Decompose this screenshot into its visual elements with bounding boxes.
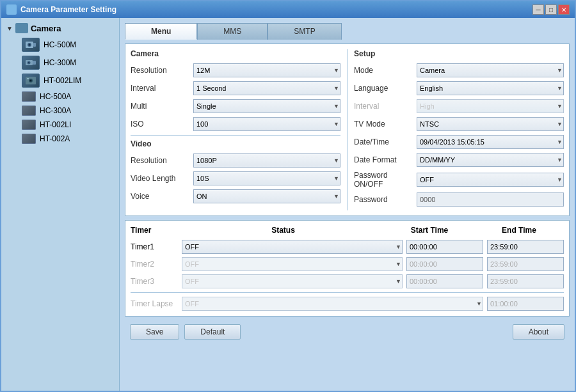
sidebar-item-hc500m[interactable]: HC-500M <box>19 36 114 54</box>
timer3-status-wrap: OFFON ▼ <box>182 274 403 288</box>
timer-col-status-header: Status <box>182 226 385 235</box>
camera-section: Camera Resolution 12M8M5M3M ▼ Interval <box>131 49 340 210</box>
title-bar: Camera Parameter Setting ─ □ ✕ <box>1 1 575 18</box>
main-content: ▼ Camera HC-500M HC-300M <box>1 18 575 391</box>
setup-tvmode-wrap: NTSCPAL ▼ <box>417 117 564 131</box>
camera-thumb-hc500m <box>22 38 40 52</box>
camera-section-title: Camera <box>131 49 340 58</box>
video-section-title: Video <box>131 139 340 148</box>
camera-interval-wrap: 1 Second5 Seconds10 Seconds ▼ <box>193 81 340 95</box>
timer-header: Timer Status Start Time End Time <box>131 226 564 235</box>
timer2-status-select[interactable]: OFFON <box>182 257 403 271</box>
about-button[interactable]: About <box>513 324 564 340</box>
timer3-start-wrap: ▲ ▼ <box>406 274 483 288</box>
camera-multi-label: Multi <box>131 102 188 111</box>
timer3-end-input <box>488 275 575 288</box>
setup-interval-select[interactable]: HighNormalLow <box>417 99 564 113</box>
svg-point-10 <box>30 80 32 82</box>
camera-iso-select[interactable]: 100200400Auto <box>193 117 340 131</box>
panel-divider <box>347 49 348 210</box>
setup-mode-wrap: CameraVideoCamera+Video ▼ <box>417 63 564 77</box>
setup-dateformat-wrap: DD/MM/YYMM/DD/YYYY/MM/DD ▼ <box>417 153 564 167</box>
timer1-status-select[interactable]: OFFON <box>182 240 403 254</box>
sidebar-label-hc500a: HC-500A <box>40 92 71 101</box>
setup-datetime-wrap: 09/04/2013 15:05:15 ▼ <box>417 135 564 149</box>
timer1-status-wrap: OFFON ▼ <box>182 240 403 254</box>
setup-password-row: Password <box>354 192 564 207</box>
setup-dateformat-row: Date Format DD/MM/YYMM/DD/YYYY/MM/DD ▼ <box>354 153 564 167</box>
setup-pwonoff-label: Password ON/OFF <box>354 171 412 189</box>
sidebar-item-ht002li[interactable]: HT-002LI <box>19 118 114 132</box>
setup-interval-row: Interval HighNormalLow ▼ <box>354 99 564 113</box>
sidebar: ▼ Camera HC-500M HC-300M <box>1 18 120 391</box>
camera-setup-area: Camera Resolution 12M8M5M3M ▼ Interval <box>125 43 570 216</box>
sidebar-label-hc500m: HC-500M <box>44 40 76 49</box>
setup-dateformat-select[interactable]: DD/MM/YYMM/DD/YYYY/MM/DD <box>417 153 564 167</box>
camera-thumb-hc500a <box>22 91 36 102</box>
sidebar-item-hc300a[interactable]: HC-300A <box>19 104 114 118</box>
video-length-label: Video Length <box>131 174 188 183</box>
setup-section-title: Setup <box>354 49 564 58</box>
tab-mms[interactable]: MMS <box>197 23 268 40</box>
tree-expand-icon[interactable]: ▼ <box>6 25 13 32</box>
timer3-label: Timer3 <box>131 277 178 286</box>
camera-resolution-select[interactable]: 12M8M5M3M <box>193 63 340 77</box>
timer-col-timer-header: Timer <box>131 226 182 235</box>
camera-iso-label: ISO <box>131 120 188 129</box>
tab-menu[interactable]: Menu <box>125 23 197 40</box>
camera-thumb-ht002a <box>22 134 36 144</box>
sidebar-item-hc300m[interactable]: HC-300M <box>19 54 114 72</box>
close-button[interactable]: ✕ <box>558 4 570 15</box>
setup-section: Setup Mode CameraVideoCamera+Video ▼ Lan… <box>354 49 564 210</box>
timer3-end-wrap: ▲ ▼ <box>487 274 564 288</box>
setup-language-select[interactable]: EnglishChineseFrenchGerman <box>417 81 564 95</box>
timer1-end-wrap: ▲ ▼ <box>487 240 564 254</box>
setup-password-label: Password <box>354 195 412 204</box>
maximize-button[interactable]: □ <box>545 4 557 15</box>
sidebar-item-ht002lim[interactable]: HT-002LIM <box>19 72 114 90</box>
video-resolution-select[interactable]: 1080P720P480P <box>193 153 340 168</box>
camera-iso-row: ISO 100200400Auto ▼ <box>131 117 340 131</box>
default-button[interactable]: Default <box>184 324 241 340</box>
camera-resolution-wrap: 12M8M5M3M ▼ <box>193 63 340 77</box>
timer-col-end-header: End Time <box>474 226 564 235</box>
setup-mode-select[interactable]: CameraVideoCamera+Video <box>417 63 564 77</box>
camera-interval-label: Interval <box>131 84 188 93</box>
timer2-row: Timer2 OFFON ▼ ▲ ▼ <box>131 257 564 271</box>
timer-lapse-status-select[interactable]: OFFON <box>182 297 483 311</box>
video-voice-select[interactable]: ONOFF <box>193 189 340 203</box>
video-voice-label: Voice <box>131 192 188 201</box>
tab-bar: Menu MMS SMTP <box>125 23 570 40</box>
setup-mode-label: Mode <box>354 66 412 75</box>
sidebar-label-ht002a: HT-002A <box>40 134 70 143</box>
tab-smtp[interactable]: SMTP <box>268 23 341 40</box>
minimize-button[interactable]: ─ <box>532 4 544 15</box>
timer-lapse-label: Timer Lapse <box>131 299 178 308</box>
timer-lapse-start-wrap: ▲ ▼ <box>487 297 564 311</box>
timer3-status-select[interactable]: OFFON <box>182 274 403 288</box>
setup-tvmode-select[interactable]: NTSCPAL <box>417 117 564 131</box>
save-button[interactable]: Save <box>130 324 179 340</box>
svg-point-6 <box>28 62 29 63</box>
sidebar-items: HC-500M HC-300M HT-002LIM HC-500 <box>6 36 114 146</box>
sidebar-item-ht002a[interactable]: HT-002A <box>19 132 114 146</box>
svg-rect-3 <box>33 43 36 47</box>
setup-language-row: Language EnglishChineseFrenchGerman ▼ <box>354 81 564 95</box>
camera-video-separator <box>131 135 340 136</box>
sidebar-item-hc500a[interactable]: HC-500A <box>19 90 114 104</box>
window-title: Camera Parameter Setting <box>20 5 116 14</box>
setup-password-input[interactable] <box>417 192 564 207</box>
camera-multi-select[interactable]: SingleMulti <box>193 99 340 113</box>
video-length-select[interactable]: 10S20S30S60S <box>193 171 340 185</box>
main-window: Camera Parameter Setting ─ □ ✕ ▼ Camera … <box>0 0 576 392</box>
camera-thumb-ht002lim <box>22 74 40 88</box>
timer1-end-input[interactable] <box>488 240 575 253</box>
sidebar-root-label: Camera <box>31 24 61 33</box>
svg-rect-7 <box>33 61 36 65</box>
svg-rect-11 <box>27 78 29 79</box>
camera-interval-select[interactable]: 1 Second5 Seconds10 Seconds <box>193 81 340 95</box>
camera-thumb-hc300a <box>22 106 36 116</box>
setup-datetime-select[interactable]: 09/04/2013 15:05:15 <box>417 135 564 149</box>
setup-pwonoff-select[interactable]: OFFON <box>417 173 564 187</box>
setup-mode-row: Mode CameraVideoCamera+Video ▼ <box>354 63 564 77</box>
